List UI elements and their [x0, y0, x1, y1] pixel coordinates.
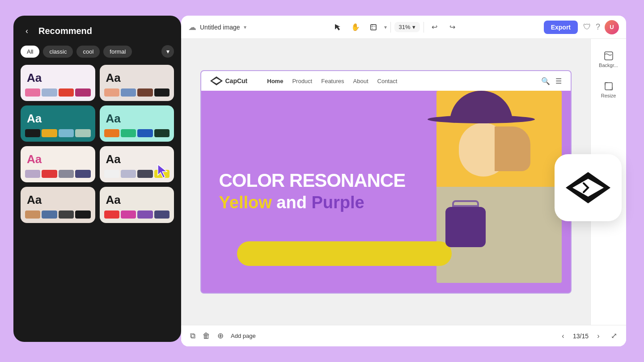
toolbar-right-icons: 🛡 ? U: [583, 20, 619, 34]
style-card-7[interactable]: Aa: [21, 187, 95, 223]
style-card-6[interactable]: Aa: [100, 146, 174, 182]
pan-tool-button[interactable]: ✋: [348, 20, 363, 34]
user-avatar[interactable]: U: [605, 20, 619, 34]
toolbar-divider2: [424, 22, 424, 33]
swatch: [42, 88, 57, 97]
menu-icon: ☰: [555, 77, 562, 85]
style-card-4-label: Aa: [106, 112, 121, 126]
undo-button[interactable]: ↩: [428, 20, 442, 34]
hat-brim: [428, 115, 535, 123]
toolbar-tools: ✋ ▾ 31% ▾ ↩ ↪: [330, 20, 460, 34]
bottom-left-tools: ⧉ 🗑 ⊕ Add page: [190, 331, 256, 341]
style-card-2-label: Aa: [106, 71, 121, 85]
swatch: [154, 129, 169, 137]
svg-marker-1: [335, 24, 340, 30]
style-card-8[interactable]: Aa: [100, 187, 174, 223]
frame-tool-button[interactable]: [366, 20, 381, 34]
next-page-button[interactable]: ›: [593, 331, 604, 341]
bottom-bar: ⧉ 🗑 ⊕ Add page ‹ 13/15 › ⤢: [181, 325, 626, 346]
export-button[interactable]: Export: [544, 21, 578, 34]
canvas-area[interactable]: CapCut Home Product Features About Conta…: [181, 39, 590, 325]
swatch: [104, 88, 119, 97]
filter-all[interactable]: All: [21, 46, 39, 58]
swatch: [137, 170, 153, 178]
zoom-dropdown-arrow: ▾: [412, 24, 415, 30]
background-tool[interactable]: Backgr...: [594, 46, 623, 73]
swatch: [25, 210, 40, 219]
background-icon: [604, 51, 614, 61]
file-name[interactable]: Untitled image: [200, 24, 240, 31]
hair: [495, 126, 530, 171]
bag: [445, 207, 486, 247]
swatch: [75, 129, 90, 137]
delete-icon[interactable]: 🗑: [203, 332, 210, 341]
style-card-5[interactable]: Aa: [21, 146, 95, 182]
style-card-2[interactable]: Aa: [100, 65, 174, 101]
style-card-3[interactable]: Aa: [21, 105, 95, 142]
swatch: [104, 210, 119, 219]
filename-dropdown-arrow[interactable]: ▾: [244, 24, 246, 30]
svg-marker-0: [158, 164, 167, 178]
filter-formal[interactable]: formal: [103, 46, 132, 58]
redo-button[interactable]: ↪: [445, 20, 460, 34]
canvas-hero: COLOR RESONANCE Yellow and Purple: [201, 91, 571, 293]
swatch: [59, 170, 74, 178]
page-count: 13/15: [573, 333, 589, 340]
capcut-logo-icon: [564, 170, 613, 206]
bag-handle: [452, 200, 479, 207]
search-icon: 🔍: [541, 77, 550, 85]
filter-row: All classic cool formal ▾: [21, 45, 174, 58]
swatch: [154, 210, 169, 219]
canvas-frame: CapCut Home Product Features About Conta…: [200, 70, 572, 294]
toolbar: ☁ Untitled image ▾ ✋: [181, 16, 626, 39]
prev-page-button[interactable]: ‹: [558, 331, 568, 341]
filter-classic[interactable]: classic: [43, 46, 73, 58]
capcut-floating-logo: [555, 154, 622, 221]
filter-more-button[interactable]: ▾: [161, 45, 174, 58]
add-page-icon[interactable]: ⊕: [217, 331, 224, 341]
expand-button[interactable]: ⤢: [611, 331, 617, 341]
add-page-button[interactable]: Add page: [231, 333, 256, 339]
canvas-nav-links: Home Product Features About Contact: [267, 78, 397, 84]
add-page-label: Add page: [231, 333, 256, 339]
swatch: [75, 210, 90, 219]
toolbar-left: ☁ Untitled image ▾: [188, 22, 246, 32]
swatch: [121, 170, 136, 178]
resize-tool[interactable]: Resize: [594, 76, 623, 103]
style-card-4[interactable]: Aa: [100, 105, 174, 142]
style-card-1[interactable]: Aa: [21, 65, 95, 101]
swatch: [75, 170, 90, 178]
help-icon[interactable]: ?: [596, 22, 600, 32]
nav-home: Home: [267, 78, 283, 84]
toolbar-divider: [390, 22, 391, 33]
frame-dropdown[interactable]: ▾: [384, 24, 387, 30]
panel-title: Recommend: [38, 26, 92, 36]
style-card-7-label: Aa: [27, 193, 42, 207]
hero-subtitle-yellow: Yellow: [219, 193, 272, 212]
swatch: [42, 170, 57, 178]
editor-area: ☁ Untitled image ▾ ✋: [181, 11, 631, 351]
swatch: [42, 210, 57, 219]
swatch: [137, 129, 153, 137]
canvas-logo: CapCut: [210, 76, 248, 85]
page-navigation: ‹ 13/15 ›: [558, 331, 604, 341]
svg-rect-2: [371, 25, 376, 30]
hero-subtitle: Yellow and Purple: [219, 193, 406, 213]
swatch: [137, 210, 153, 219]
nav-product: Product: [292, 78, 312, 84]
zoom-control[interactable]: 31% ▾: [394, 22, 420, 32]
cloud-icon: ☁: [188, 22, 196, 32]
duplicate-icon[interactable]: ⧉: [190, 332, 195, 341]
back-button[interactable]: ‹: [21, 25, 33, 37]
swatch: [121, 210, 136, 219]
select-tool-button[interactable]: [330, 20, 345, 34]
style-card-5-label: Aa: [27, 152, 42, 166]
filter-cool[interactable]: cool: [76, 46, 100, 58]
resize-icon: [604, 81, 614, 91]
background-label: Backgr...: [599, 63, 618, 68]
svg-rect-3: [605, 52, 613, 60]
style-card-6-label: Aa: [106, 152, 121, 166]
left-panel: ‹ Recommend All classic cool formal ▾ Aa: [13, 16, 181, 342]
svg-rect-4: [605, 83, 612, 90]
shield-icon: 🛡: [583, 22, 591, 32]
